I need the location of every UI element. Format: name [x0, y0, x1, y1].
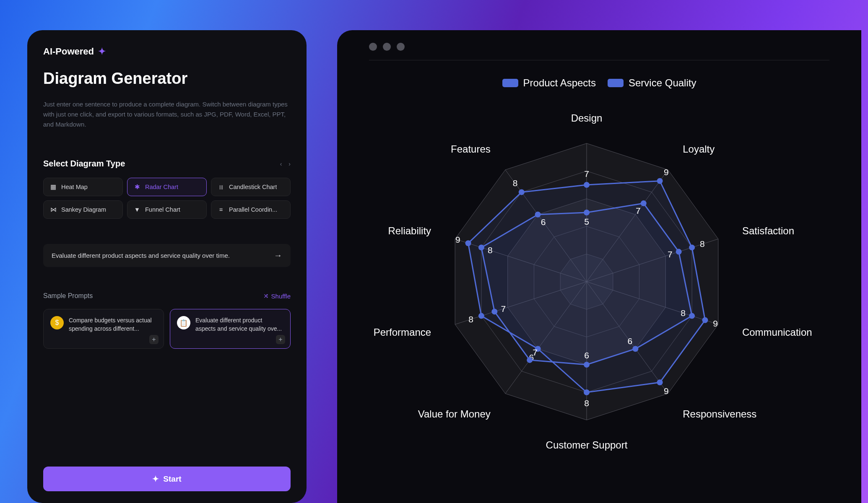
svg-text:Communication: Communication — [742, 327, 812, 338]
svg-point-28 — [657, 178, 663, 184]
svg-text:Design: Design — [571, 112, 603, 124]
svg-text:8: 8 — [584, 398, 589, 408]
svg-text:7: 7 — [533, 347, 538, 357]
prompt-input[interactable]: Evaluate different product aspects and s… — [43, 244, 291, 267]
sample-prompts-label: Sample Prompts — [43, 292, 93, 300]
window-dot — [397, 43, 405, 51]
select-diagram-label: Select Diagram Type — [43, 159, 125, 169]
sample-prompt-card[interactable]: 📋Evaluate different product aspects and … — [170, 309, 291, 349]
shuffle-icon: ⤨ — [263, 292, 269, 300]
chip-label: Funnel Chart — [145, 206, 180, 213]
chip-label: Candlestick Chart — [229, 184, 277, 190]
svg-point-26 — [584, 182, 590, 188]
svg-point-57 — [584, 362, 590, 368]
window-dot — [369, 43, 377, 51]
svg-text:5: 5 — [584, 217, 589, 226]
sample-prompt-card[interactable]: $Compare budgets versus actual spending … — [43, 309, 164, 349]
svg-text:8: 8 — [681, 308, 686, 318]
chart-type-icon: ⋈ — [49, 206, 57, 213]
svg-text:Customer Support: Customer Support — [546, 439, 628, 451]
sample-icon: $ — [50, 316, 64, 329]
chart-type-icon: ▼ — [133, 206, 141, 213]
pager-prev[interactable]: ‹ — [280, 161, 282, 167]
diagram-type-parallel-coordin-[interactable]: ≡Parallel Coordin... — [211, 200, 291, 219]
svg-point-61 — [491, 309, 497, 314]
diagram-type-candlestick-chart[interactable]: ⫼Candlestick Chart — [211, 178, 291, 196]
svg-point-53 — [689, 313, 695, 319]
svg-text:6: 6 — [541, 217, 546, 227]
start-label: Start — [163, 474, 181, 484]
shuffle-label: Shuffle — [271, 293, 291, 300]
svg-text:8: 8 — [700, 239, 705, 249]
description-text: Just enter one sentence to produce a com… — [43, 99, 291, 130]
svg-text:8: 8 — [468, 314, 473, 324]
sample-text: Compare budgets versus actual spending a… — [69, 316, 157, 333]
sample-text: Evaluate different product aspects and s… — [195, 316, 283, 333]
svg-point-36 — [584, 389, 590, 395]
svg-text:9: 9 — [664, 167, 669, 177]
svg-text:7: 7 — [584, 169, 589, 179]
radar-chart: Product AspectsService Quality DesignLoy… — [337, 60, 861, 470]
radar-svg: DesignLoyaltySatisfactionCommunicationRe… — [369, 85, 830, 462]
chip-label: Sankey Diagram — [61, 206, 106, 213]
svg-text:Performance: Performance — [374, 327, 431, 338]
svg-text:Value for Money: Value for Money — [418, 408, 491, 420]
pager-next[interactable]: › — [288, 161, 291, 167]
svg-point-51 — [676, 249, 682, 255]
chart-type-icon: ✱ — [133, 183, 141, 191]
ai-badge: AI-Powered ✦ — [43, 46, 291, 57]
svg-text:8: 8 — [513, 178, 518, 188]
shuffle-button[interactable]: ⤨ Shuffle — [263, 292, 291, 300]
diagram-type-funnel-chart[interactable]: ▼Funnel Chart — [127, 200, 207, 219]
chip-label: Radar Chart — [145, 184, 178, 190]
ai-badge-text: AI-Powered — [43, 46, 94, 57]
generator-panel: AI-Powered ✦ Diagram Generator Just ente… — [27, 30, 307, 503]
legend-label: Service Quality — [629, 77, 696, 89]
add-icon[interactable]: + — [149, 335, 159, 344]
chart-type-icon: ▦ — [49, 183, 57, 191]
diagram-type-heat-map[interactable]: ▦Heat Map — [43, 178, 123, 196]
page-title: Diagram Generator — [43, 70, 291, 88]
sample-icon: 📋 — [177, 316, 190, 329]
svg-text:7: 7 — [668, 249, 673, 259]
legend-item: Service Quality — [608, 77, 696, 89]
svg-text:Responsiveness: Responsiveness — [683, 408, 756, 420]
svg-point-47 — [584, 210, 590, 215]
svg-point-49 — [641, 200, 647, 206]
samples-header: Sample Prompts ⤨ Shuffle — [43, 292, 291, 300]
legend-item: Product Aspects — [502, 77, 596, 89]
svg-text:9: 9 — [664, 386, 669, 396]
svg-point-44 — [519, 189, 525, 195]
svg-text:9: 9 — [455, 235, 460, 244]
svg-point-30 — [689, 244, 695, 250]
diagram-type-pager: ‹ › — [280, 161, 291, 167]
svg-text:7: 7 — [636, 206, 641, 215]
svg-point-42 — [465, 240, 471, 246]
chart-type-icon: ≡ — [217, 206, 225, 213]
legend-label: Product Aspects — [523, 77, 596, 89]
svg-text:Satisfaction: Satisfaction — [742, 225, 794, 236]
svg-point-63 — [478, 244, 484, 250]
legend-swatch — [608, 79, 624, 87]
window-controls — [337, 30, 861, 60]
svg-text:8: 8 — [488, 245, 493, 255]
legend-swatch — [502, 79, 518, 87]
add-icon[interactable]: + — [276, 335, 285, 344]
svg-text:7: 7 — [501, 304, 506, 314]
diagram-type-radar-chart[interactable]: ✱Radar Chart — [127, 178, 207, 196]
svg-point-59 — [527, 357, 533, 363]
diagram-type-grid: ▦Heat Map✱Radar Chart⫼Candlestick Chart⋈… — [43, 178, 291, 219]
diagram-type-sankey-diagram[interactable]: ⋈Sankey Diagram — [43, 200, 123, 219]
start-button[interactable]: ✦ Start — [43, 467, 291, 491]
sparkle-icon: ✦ — [98, 46, 106, 57]
svg-text:Features: Features — [451, 143, 491, 155]
svg-text:Loyalty: Loyalty — [683, 143, 715, 155]
chip-label: Parallel Coordin... — [229, 206, 277, 213]
svg-text:6: 6 — [584, 350, 589, 360]
sparkle-icon: ✦ — [152, 474, 159, 484]
preview-panel: Product AspectsService Quality DesignLoy… — [337, 30, 861, 503]
svg-point-32 — [702, 317, 708, 323]
diagram-type-header: Select Diagram Type ‹ › — [43, 159, 291, 169]
svg-text:9: 9 — [713, 319, 718, 328]
submit-arrow-icon[interactable]: → — [274, 251, 282, 260]
